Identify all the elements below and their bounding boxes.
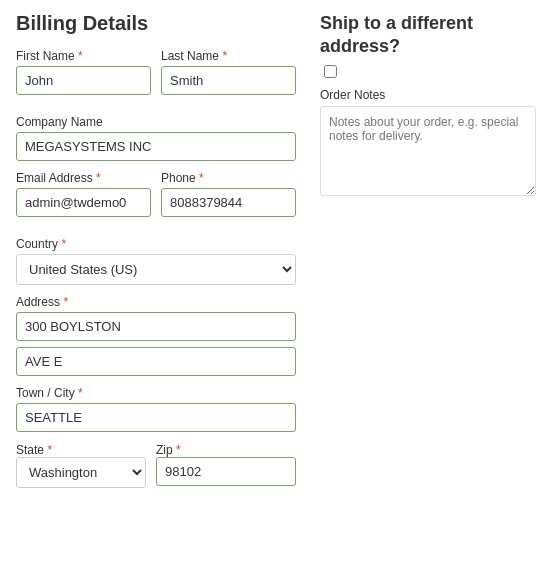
address-required: * [63,295,68,309]
phone-required: * [199,171,204,185]
last-name-group: Last Name * [161,49,296,95]
phone-label: Phone * [161,171,296,185]
state-select[interactable]: Washington California Texas New York [16,457,146,488]
ship-title: Ship to a different address? [320,12,536,78]
order-notes-label: Order Notes [320,88,536,102]
address2-group [16,347,296,376]
address-label: Address * [16,295,296,309]
zip-group: Zip * [156,442,296,488]
last-name-label: Last Name * [161,49,296,63]
last-name-required: * [222,49,227,63]
email-input[interactable] [16,188,151,217]
state-zip-row: State * Washington California Texas New … [16,442,296,488]
state-required: * [47,443,52,457]
city-label: Town / City * [16,386,296,400]
address1-group: Address * [16,295,296,341]
state-label: State * [16,443,52,457]
country-select[interactable]: United States (US) Canada United Kingdom [16,254,296,285]
address1-input[interactable] [16,312,296,341]
billing-section: Billing Details First Name * Last Name *… [16,12,296,498]
order-notes-group: Order Notes [320,88,536,196]
phone-group: Phone * [161,171,296,217]
ship-section: Ship to a different address? Order Notes [320,12,536,498]
ship-title-text: Ship to a different address? [320,12,536,59]
zip-required: * [176,443,181,457]
city-group: Town / City * [16,386,296,432]
zip-input[interactable] [156,457,296,486]
address2-input[interactable] [16,347,296,376]
country-required: * [61,237,66,251]
first-name-required: * [78,49,83,63]
last-name-input[interactable] [161,66,296,95]
company-name-input[interactable] [16,132,296,161]
email-label: Email Address * [16,171,151,185]
email-group: Email Address * [16,171,151,217]
first-name-input[interactable] [16,66,151,95]
phone-input[interactable] [161,188,296,217]
country-group: Country * United States (US) Canada Unit… [16,237,296,285]
first-name-label: First Name * [16,49,151,63]
state-group: State * Washington California Texas New … [16,442,146,488]
country-label: Country * [16,237,296,251]
billing-title: Billing Details [16,12,296,35]
zip-label: Zip * [156,443,181,457]
first-name-group: First Name * [16,49,151,95]
ship-checkbox-container [324,65,337,78]
order-notes-input[interactable] [320,106,536,196]
city-input[interactable] [16,403,296,432]
company-name-label: Company Name [16,115,296,129]
email-required: * [96,171,101,185]
ship-to-different-checkbox[interactable] [324,65,337,78]
company-name-group: Company Name [16,115,296,161]
city-required: * [78,386,83,400]
